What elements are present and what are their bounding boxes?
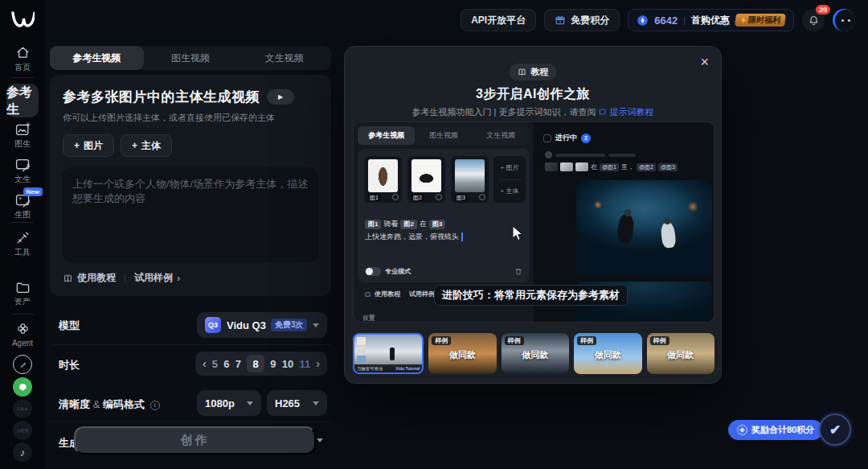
tab-text-video[interactable]: 文生视频 [237,46,331,70]
in-progress-label: 进行中 [555,133,577,143]
feedback-icon[interactable] [13,355,32,374]
image-plus-icon [15,122,31,137]
lili-icon[interactable]: LiLa [13,399,32,418]
duration-next-arrow[interactable]: › [316,357,320,370]
sidebar-item-reference-gen[interactable]: 参考生 [6,84,39,117]
card-caption-bar: 万物皆可组合 Vidu Tutorial [354,364,422,372]
sample-card[interactable]: 样例 做同款 [428,333,496,374]
modal-subtitle: 参考生视频功能入门 | 更多提示词知识，请查阅 提示词教程 [345,106,721,118]
check-icon: ✔ [829,422,841,438]
pro-mode-label: 专业模式 [385,267,411,276]
codec-value: H265 [275,397,300,409]
add-image-button[interactable]: +图片 [63,134,114,157]
prompt-input[interactable] [63,167,318,262]
sample-card-tutorial[interactable]: 万物皆可组合 Vidu Tutorial [353,333,424,374]
duration-option-selected[interactable]: 8 [247,355,264,372]
folder-icon [15,280,31,294]
prompt-tutorial-link[interactable]: 提示词教程 [610,107,654,117]
duration-option[interactable]: 5 [212,358,218,370]
mouse-cursor [512,225,524,241]
wechat-icon[interactable] [13,377,32,397]
settings-divider [50,344,331,345]
xiaohongshu-icon[interactable]: 小红书 [13,421,32,440]
app-root: 首页 参考生 图生 文生 New 生图 工具 资产 [0,0,868,469]
checkin-button[interactable]: ✔ [819,413,851,446]
sidebar-item-agent[interactable]: Agent [0,321,45,348]
mini-toggle-row: 专业模式 [365,267,522,276]
api-platform-button[interactable]: API开放平台 [461,9,536,31]
duration-option[interactable]: 7 [235,358,241,370]
book-icon [63,274,73,283]
video-pencil-icon [15,158,31,172]
notification-bell[interactable]: 20 [802,9,825,31]
sidebar-item-label: 文生 [14,175,31,183]
new-badge: New [23,187,43,196]
sidebar-item-assets[interactable]: 资产 [0,280,45,306]
sample-cards-row: 万物皆可组合 Vidu Tutorial 样例 做同款 样例 做同款 样例 做同… [353,333,714,374]
limited-offer-badge: 限时福利 [735,14,786,27]
mini-composer-card: 图1 图2 图3 + 图片 [358,149,530,282]
chevron-down-icon [313,323,319,327]
white-diver-figure [661,221,677,249]
close-icon[interactable]: × [700,54,709,71]
duration-prev-arrow[interactable]: ‹ [203,357,207,370]
generation-tabs: 参考生视频 图生视频 文生视频 [50,46,331,70]
quality-select[interactable]: 1080p [197,390,261,416]
sidebar-item-label: 参考生 [6,84,39,118]
sidebar-item-image-gen[interactable]: 图生 [0,122,45,148]
play-icon: ▶ [278,93,283,101]
try-sample-link[interactable]: 试用样例 › [134,271,180,285]
info-icon[interactable]: i [150,401,160,410]
duration-option[interactable]: 9 [270,358,276,370]
sidebar-item-home[interactable]: 首页 [0,45,45,72]
composer-card: 参考多张图片中的主体生成视频 ▶ 你可以上传图片选择主体，或者直接使用已保存的主… [50,75,331,296]
chevron-down-icon[interactable] [317,438,323,442]
sample-card[interactable]: 样例 做同款 [502,333,569,374]
chevron-down-icon [313,401,319,405]
duration-option[interactable]: 11 [299,358,310,370]
sidebar-item-label: 图生 [14,139,31,148]
free-credits-button[interactable]: 免费积分 [544,9,620,31]
sidebar-divider [11,222,34,223]
checkbox-icon [543,134,551,142]
first-purchase-label: 首购优惠 [691,14,730,27]
add-subject-button[interactable]: +主体 [121,134,172,157]
mini-thumb-3: 图3 [451,156,489,203]
model-select[interactable]: Q3 Vidu Q3 免费3次 [197,312,327,338]
tab-image-video[interactable]: 图生视频 [144,46,238,70]
book-icon [364,291,371,298]
credit-amount: 6642 [654,14,678,27]
mini-settings-label: 设置 [362,314,375,323]
tab-reference-video[interactable]: 参考生视频 [50,46,144,70]
sidebar-item-tools[interactable]: 工具 [0,230,45,257]
sidebar-item-image-create[interactable]: New 生图 [0,193,45,219]
advanced-tip: 进阶技巧：将常用元素保存为参考素材 [434,285,628,306]
black-diver-figure [617,214,636,245]
sample-card[interactable]: 样例 做同款 [647,333,714,374]
duration-option[interactable]: 10 [282,358,293,370]
sample-card[interactable]: 样例 做同款 [574,333,641,374]
play-tutorial-button[interactable]: ▶ [267,89,294,105]
credit-coin-icon [637,14,649,27]
credits-pill[interactable]: 6642 | 首购优惠 限时福利 [628,9,794,31]
sidebar-item-label: 首页 [14,63,31,72]
trash-icon [514,267,522,276]
vidu-logo-icon[interactable] [10,10,35,31]
mini-tab-reference-video: 参考生视频 [358,126,415,145]
sidebar-item-text-gen[interactable]: 文生 [0,158,45,183]
topbar: API开放平台 免费积分 6642 | 首购优惠 限时福利 20 [45,0,868,40]
codec-select[interactable]: H265 [267,390,327,416]
tutorial-link[interactable]: 使用教程 [63,271,116,285]
modal-title: 3步开启AI创作之旅 [345,86,721,103]
horse-image [411,159,441,192]
mini-tab-image-video: 图生视频 [415,126,472,145]
create-button[interactable]: 创作 [74,426,316,455]
duration-option[interactable]: 6 [223,358,229,370]
mini-footer: 使用教程 试用样例 › [364,290,439,298]
douyin-icon[interactable]: ♪ [13,442,32,462]
agent-icon [15,321,31,336]
avatar[interactable] [833,9,855,31]
settings-divider [50,422,331,422]
pro-mode-toggle [365,267,381,276]
landscape-image [455,159,485,192]
